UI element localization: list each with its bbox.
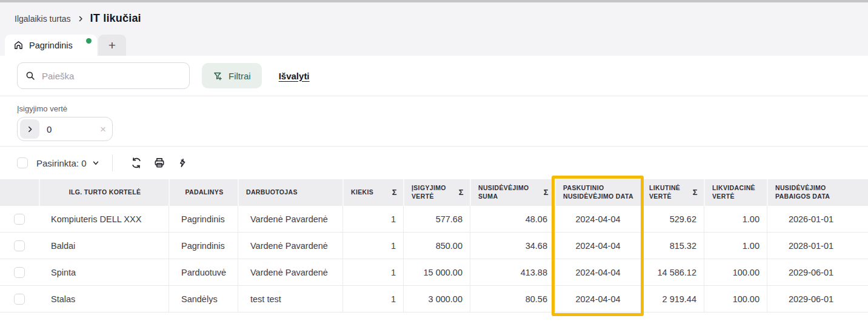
column-header-label: Įsigyjimo vertė [412,184,455,200]
sum-icon[interactable]: Σ [693,188,698,198]
table-row[interactable]: BaldaiPagrindinisVardenė Pavardenė1850.0… [0,233,868,259]
column-header[interactable]: Darbuotojas [238,179,342,206]
filter-row: Įsigyjimo vertė 0 × [0,96,868,147]
clear-filters-link[interactable]: Išvalyti [279,71,310,81]
column-header[interactable]: Paskutinio nusidėvėjimo data [555,179,641,206]
chevron-right-icon [77,15,84,22]
select-all-checkbox[interactable] [17,157,28,168]
chevron-down-icon[interactable] [92,159,100,167]
table-cell: Sandėlys [169,286,238,312]
column-header[interactable]: Likutinė vertėΣ [641,179,704,206]
breadcrumb: Ilgalaikis turtas IT likučiai [0,2,868,25]
table-cell: test test [238,286,342,312]
filter-funnel-icon [213,71,223,81]
table-cell: 3 000.00 [403,286,470,312]
add-tab-button[interactable]: + [98,35,126,56]
column-header[interactable]: KiekisΣ [342,179,403,206]
column-header-label: Darbuotojas [246,188,336,197]
table-cell: 15 000.00 [403,259,470,285]
table-cell: 2 919.44 [641,286,704,312]
column-header-label: Padalinys [185,188,223,197]
table-cell: 577.68 [403,206,470,232]
table-cell: Vardenė Pavardenė [238,206,342,232]
row-checkbox-cell [0,259,39,285]
table-cell: 100.00 [704,259,767,285]
table-cell: 100.00 [704,286,767,312]
tab-bar: Pagrindinis + [5,35,126,56]
column-header[interactable]: Įsigyjimo vertėΣ [403,179,470,206]
table-header-row: Ilg. turto kortelėPadalinysDarbuotojasKi… [0,179,868,206]
table-cell: 1 [342,259,403,285]
table-cell: 2024-04-04 [555,286,641,312]
row-checkbox[interactable] [14,294,25,305]
column-header-label: Paskutinio nusidėvėjimo data [563,184,635,200]
table-cell: 2029-06-01 [767,259,855,285]
home-icon [13,40,24,50]
flash-button[interactable] [171,151,194,174]
table-cell: 815.32 [641,233,704,259]
table-cell: 1 [342,286,403,312]
table-cell: Vardenė Pavardenė [238,259,342,285]
refresh-button[interactable] [125,151,148,174]
table-cell: 1.00 [704,233,767,259]
printer-icon [153,157,165,169]
table-cell: Parduotuvė [169,259,238,285]
search-input[interactable] [42,71,182,81]
column-header-label: Kiekis [351,188,389,197]
clear-filter-icon[interactable]: × [100,124,106,134]
table-cell: 1.00 [704,206,767,232]
table-cell: Kompiuteris DELL XXX [39,206,169,232]
row-checkbox-cell [0,286,39,312]
refresh-icon [130,157,142,169]
filters-button[interactable]: Filtrai [202,63,262,88]
table-cell: 1 [342,206,403,232]
table-row[interactable]: SpintaParduotuvėVardenė Pavardenė115 000… [0,259,868,286]
table-row[interactable]: StalasSandėlystest test13 000.0080.56202… [0,286,868,312]
flash-icon [177,157,188,168]
table-cell: Pagrindinis [169,206,238,232]
column-header[interactable]: Nusidėvėjimo pabaigos data [767,179,855,206]
table-cell: 413.88 [470,259,555,285]
tab-pagrindinis[interactable]: Pagrindinis [5,35,97,56]
sum-icon[interactable]: Σ [544,188,549,198]
table-cell: 2029-06-01 [767,286,855,312]
operator-button[interactable] [20,119,39,139]
column-header[interactable]: Nusidėvėjimo sumaΣ [470,179,555,206]
column-header-label: Ilg. turto kortelė [69,188,141,197]
filter-chip-label: Įsigyjimo vertė [17,104,868,113]
column-header[interactable]: Likvidacinė vertė [704,179,767,206]
table-cell: 2024-04-04 [555,259,641,285]
table-cell: 48.06 [470,206,555,232]
filter-value[interactable]: 0 [47,124,93,134]
table-cell: 2028-01-01 [767,233,855,259]
table-cell: 80.56 [470,286,555,312]
row-checkbox[interactable] [14,240,25,251]
breadcrumb-link[interactable]: Ilgalaikis turtas [15,14,71,24]
table-cell: 2024-04-04 [555,233,641,259]
tab-label: Pagrindinis [29,41,73,50]
selected-count-label: Pasirinkta: 0 [36,158,87,168]
table-cell: Stalas [39,286,169,312]
page-header: Ilgalaikis turtas IT likučiai Pagrindini… [0,2,868,56]
table-cell: 2026-01-01 [767,206,855,232]
column-header-label: Nusidėvėjimo pabaigos data [775,184,849,200]
column-header-label: Likvidacinė vertė [712,184,761,200]
table-cell: 850.00 [403,233,470,259]
header-checkbox-cell [0,179,39,206]
row-checkbox[interactable] [14,267,25,278]
table-cell: 1 [342,233,403,259]
row-checkbox-cell [0,206,39,232]
table-cell: 2024-04-04 [555,206,641,232]
table-cell: Pagrindinis [169,233,238,259]
print-button[interactable] [148,151,171,174]
table-row[interactable]: Kompiuteris DELL XXXPagrindinisVardenė P… [0,206,868,233]
column-header[interactable]: Ilg. turto kortelė [39,179,169,206]
column-header-label: Likutinė vertė [649,184,689,200]
sum-icon[interactable]: Σ [459,188,464,198]
column-header[interactable]: Padalinys [169,179,238,206]
search-icon [25,70,36,81]
table-cell: Spinta [39,259,169,285]
sum-icon[interactable]: Σ [392,188,397,198]
row-checkbox[interactable] [14,214,25,225]
table-cell: 529.62 [641,206,704,232]
